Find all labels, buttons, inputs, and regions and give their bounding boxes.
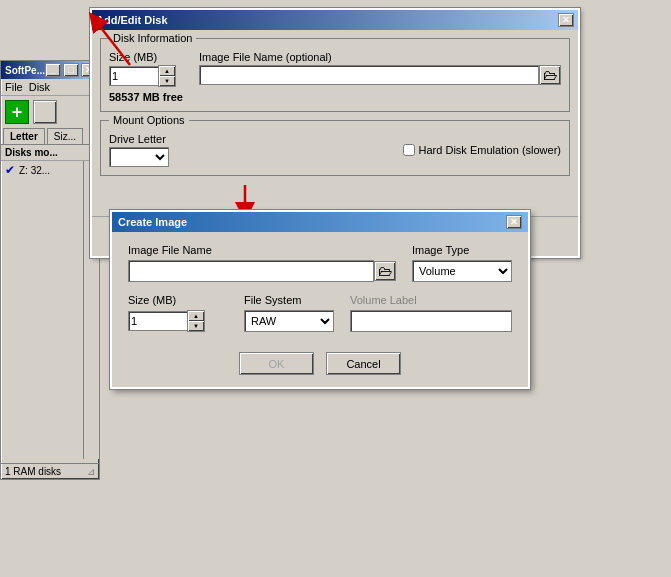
ci-cancel-btn[interactable]: Cancel: [326, 352, 401, 375]
bg-menu: File Disk: [1, 79, 99, 96]
create-image-body: Image File Name 🗁 Image Type Volume Disk…: [112, 232, 528, 387]
disk-info-group: Disk Information Size (MB) ▲ ▼ 58537 MB …: [100, 38, 570, 112]
size-label: Size (MB): [109, 51, 183, 63]
ci-filesystem-section: File System RAW FAT FAT32 NTFS: [244, 294, 334, 332]
ci-spin-down-btn[interactable]: ▼: [188, 321, 204, 331]
background-window: SoftPe... _ □ ✕ File Disk + Letter Siz..…: [0, 60, 100, 480]
create-image-close-btn[interactable]: ✕: [506, 215, 522, 229]
bg-title: SoftPe...: [5, 65, 45, 76]
create-image-dialog: Create Image ✕ Image File Name 🗁 Image T…: [110, 210, 530, 389]
list-item-text: Z: 32...: [19, 165, 50, 176]
size-section: Size (MB) ▲ ▼ 58537 MB free: [109, 51, 183, 103]
ci-browse-btn[interactable]: 🗁: [374, 261, 396, 281]
ci-row1: Image File Name 🗁 Image Type Volume Disk: [128, 244, 512, 282]
drive-letter-label: Drive Letter: [109, 133, 169, 145]
main-dialog-body: Disk Information Size (MB) ▲ ▼ 58537 MB …: [92, 30, 578, 212]
ci-spin-up-btn[interactable]: ▲: [188, 311, 204, 321]
ci-image-type-label: Image Type: [412, 244, 512, 256]
bg-maximize-btn[interactable]: □: [63, 63, 79, 77]
free-space-text: 58537 MB free: [109, 91, 183, 103]
ci-spin-buttons: ▲ ▼: [187, 310, 205, 332]
spin-up-btn[interactable]: ▲: [159, 66, 175, 76]
ci-filesystem-label: File System: [244, 294, 334, 306]
ci-buttons: OK Cancel: [128, 348, 512, 375]
spin-down-btn[interactable]: ▼: [159, 76, 175, 86]
ci-image-type-select[interactable]: Volume Disk: [412, 260, 512, 282]
image-file-input[interactable]: [199, 65, 539, 85]
main-close-btn[interactable]: ✕: [558, 13, 574, 27]
disk-info-label: Disk Information: [109, 32, 196, 44]
bg-menu-file[interactable]: File: [5, 81, 23, 93]
ci-spin-control: ▲ ▼: [128, 310, 228, 332]
spin-buttons: ▲ ▼: [158, 65, 176, 87]
drive-letter-section: Drive Letter: [109, 133, 169, 167]
spin-control: ▲ ▼: [109, 65, 183, 87]
ci-size-label: Size (MB): [128, 294, 228, 306]
ci-row2: Size (MB) ▲ ▼ File System RAW FAT FAT32 …: [128, 294, 512, 332]
image-section: Image File Name (optional) 🗁: [199, 51, 561, 85]
ci-image-input-row: 🗁: [128, 260, 396, 282]
bg-minimize-btn[interactable]: _: [45, 63, 61, 77]
bg-list-header: Disks mo...: [1, 145, 99, 161]
create-image-titlebar: Create Image ✕: [112, 212, 528, 232]
ci-volume-label-section: Volume Label: [350, 294, 512, 332]
ci-image-file-label: Image File Name: [128, 244, 396, 256]
check-icon: ✔: [5, 163, 15, 177]
create-image-title: Create Image: [118, 216, 187, 228]
ci-image-file-input[interactable]: [128, 260, 374, 282]
hard-disk-checkbox[interactable]: [403, 144, 415, 156]
ci-volume-label-label: Volume Label: [350, 294, 512, 306]
image-file-label: Image File Name (optional): [199, 51, 561, 63]
ci-size-section: Size (MB) ▲ ▼: [128, 294, 228, 332]
size-input[interactable]: [109, 66, 159, 86]
bg-tabs: Letter Siz...: [1, 128, 99, 145]
resize-grip[interactable]: ⊿: [83, 463, 99, 479]
bg-toolbar: +: [1, 96, 99, 128]
ci-size-input[interactable]: [128, 311, 188, 331]
drive-letter-select[interactable]: [109, 147, 169, 167]
hard-disk-row: Hard Disk Emulation (slower): [403, 144, 561, 156]
image-input-row: 🗁: [199, 65, 561, 85]
bg-tab-size[interactable]: Siz...: [47, 128, 83, 144]
toolbar-second-btn[interactable]: [33, 100, 57, 124]
mount-options-label: Mount Options: [109, 114, 189, 126]
bg-menu-disk[interactable]: Disk: [29, 81, 50, 93]
ci-volume-label-input[interactable]: [350, 310, 512, 332]
ci-ok-btn[interactable]: OK: [239, 352, 314, 375]
disk-info-row: Size (MB) ▲ ▼ 58537 MB free Image File N…: [109, 51, 561, 103]
hard-disk-label: Hard Disk Emulation (slower): [419, 144, 561, 156]
ci-image-type-section: Image Type Volume Disk: [412, 244, 512, 282]
mount-row: Drive Letter Hard Disk Emulation (slower…: [109, 133, 561, 167]
image-browse-btn[interactable]: 🗁: [539, 65, 561, 85]
ci-image-name-section: Image File Name 🗁: [128, 244, 396, 282]
bg-tab-letter[interactable]: Letter: [3, 128, 45, 144]
main-dialog-title: Add/Edit Disk: [96, 14, 168, 26]
main-title-buttons: ✕: [558, 13, 574, 27]
spacer: [100, 184, 570, 204]
mount-options-group: Mount Options Drive Letter Hard Disk Emu…: [100, 120, 570, 176]
main-dialog-titlebar: Add/Edit Disk ✕: [92, 10, 578, 30]
ci-filesystem-select[interactable]: RAW FAT FAT32 NTFS: [244, 310, 334, 332]
add-button[interactable]: +: [5, 100, 29, 124]
bg-titlebar: SoftPe... _ □ ✕: [1, 61, 99, 79]
